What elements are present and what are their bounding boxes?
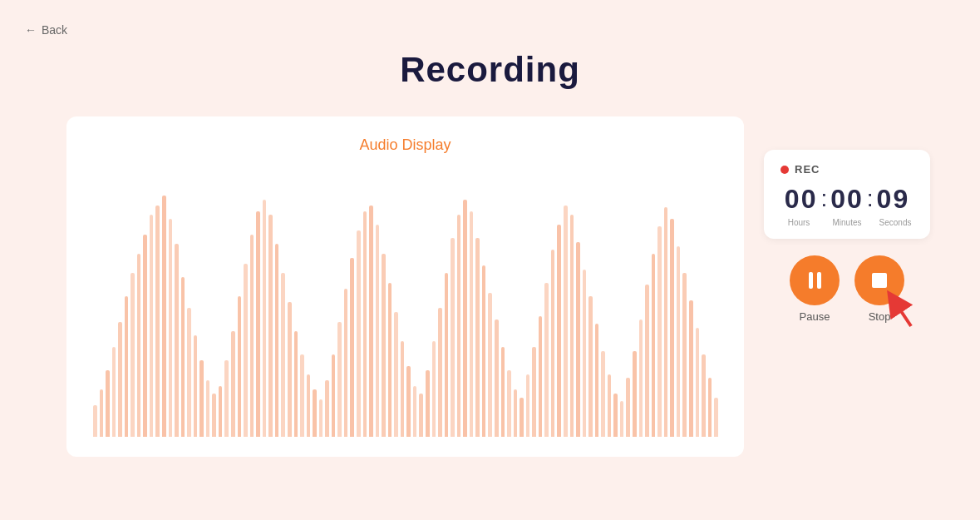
waveform-bar xyxy=(294,331,298,437)
waveform-bar xyxy=(175,244,179,437)
waveform-bar xyxy=(514,389,518,437)
waveform-bar xyxy=(682,273,687,437)
waveform-bar xyxy=(576,242,580,437)
waveform-bar xyxy=(620,401,624,437)
waveform-bar xyxy=(382,254,386,437)
waveform-bar xyxy=(551,250,555,437)
waveform-bar xyxy=(708,378,712,437)
waveform-bar xyxy=(181,277,185,437)
back-label: Back xyxy=(42,23,67,37)
waveform-bar xyxy=(482,265,486,437)
waveform-bar xyxy=(564,206,568,437)
pause-btn-wrap: Pause xyxy=(790,255,840,323)
waveform-bar xyxy=(544,283,549,437)
waveform-bar xyxy=(307,374,311,437)
audio-display-label: Audio Display xyxy=(90,136,721,154)
waveform-bar xyxy=(263,200,267,437)
waveform-bar xyxy=(608,374,612,437)
waveform-bar xyxy=(601,351,605,437)
waveform-bar xyxy=(143,235,147,437)
waveform-bar xyxy=(432,341,436,437)
waveform-bar xyxy=(451,238,455,437)
hours-unit: Hours xyxy=(782,218,815,227)
waveform-bar xyxy=(426,370,430,437)
waveform-bar xyxy=(281,273,285,437)
controls-panel: REC 00 : 00 : 09 Hours Minutes Seconds xyxy=(764,116,930,457)
waveform-bar xyxy=(570,215,574,437)
waveform-bar xyxy=(401,341,405,437)
waveform-bar xyxy=(526,374,530,437)
waveform-bar xyxy=(238,296,242,437)
waveform-bar xyxy=(363,211,367,437)
waveform-bar xyxy=(457,215,461,437)
waveform-bar xyxy=(112,347,116,437)
pause-bar-right xyxy=(817,272,821,289)
pause-bar-left xyxy=(809,272,813,289)
waveform-bar xyxy=(539,316,543,437)
waveform-bar xyxy=(300,354,304,437)
waveform-bar xyxy=(419,394,423,437)
waveform-bar xyxy=(275,244,279,437)
waveform-bar xyxy=(376,225,380,437)
audio-display-panel: Audio Display xyxy=(66,116,744,457)
waveform-bar xyxy=(187,308,191,437)
stop-label: Stop xyxy=(869,310,891,323)
waveform-bar xyxy=(657,226,662,437)
pause-label: Pause xyxy=(800,310,830,323)
waveform-bar xyxy=(488,293,492,437)
waveform-bar xyxy=(438,308,442,437)
waveform-bar xyxy=(224,360,229,437)
waveform-bar xyxy=(199,360,204,437)
waveform-bar xyxy=(319,399,323,437)
waveform-bar xyxy=(93,405,97,437)
waveform-bar xyxy=(388,283,392,437)
waveform-bar xyxy=(645,285,649,437)
rec-timer-card: REC 00 : 00 : 09 Hours Minutes Seconds xyxy=(764,150,930,239)
timer-labels: Hours Minutes Seconds xyxy=(781,218,914,227)
waveform-bar xyxy=(495,319,499,437)
waveform-bar xyxy=(118,322,122,437)
svg-line-1 xyxy=(894,301,911,326)
pause-button[interactable] xyxy=(790,255,840,305)
minutes-unit: Minutes xyxy=(830,218,864,227)
waveform-bar xyxy=(137,254,141,437)
waveform-bar xyxy=(696,328,700,437)
waveform-bar xyxy=(357,230,361,437)
timer-display: 00 : 00 : 09 xyxy=(781,184,914,215)
rec-dot xyxy=(781,166,789,174)
waveform-bar xyxy=(162,196,166,437)
page-title: Recording xyxy=(0,0,980,90)
waveform-bar xyxy=(394,312,398,437)
pause-icon xyxy=(809,272,821,289)
waveform-bar xyxy=(406,366,411,437)
waveform-bar xyxy=(470,211,474,437)
waveform-bar xyxy=(344,289,348,437)
waveform-bar xyxy=(445,273,449,437)
waveform-bar xyxy=(689,300,693,437)
waveform-bar xyxy=(677,246,681,437)
back-link[interactable]: ← Back xyxy=(25,23,67,37)
waveform-bar xyxy=(219,386,223,437)
waveform-bar xyxy=(369,206,373,437)
seconds-unit: Seconds xyxy=(879,218,912,227)
waveform-bar xyxy=(313,389,317,437)
rec-label: REC xyxy=(795,163,820,176)
timer-seconds: 09 xyxy=(877,184,910,215)
waveform-bar xyxy=(231,331,235,437)
back-arrow-icon: ← xyxy=(25,23,37,37)
waveform-bar xyxy=(501,347,505,437)
timer-colon-2: : xyxy=(867,186,874,214)
waveform-bar xyxy=(475,238,480,437)
waveform-bar xyxy=(350,258,354,437)
waveform-bar xyxy=(150,215,154,437)
waveform-bar xyxy=(325,380,329,437)
waveform-bar xyxy=(557,225,561,437)
waveform-bar xyxy=(155,206,160,437)
waveform-bar xyxy=(125,296,129,437)
waveform-bar xyxy=(702,354,706,437)
waveform-bar xyxy=(206,380,210,437)
waveform-bar xyxy=(106,370,110,437)
waveform-bar xyxy=(256,211,260,437)
stop-button[interactable] xyxy=(854,255,904,305)
waveform-bar xyxy=(131,273,135,437)
